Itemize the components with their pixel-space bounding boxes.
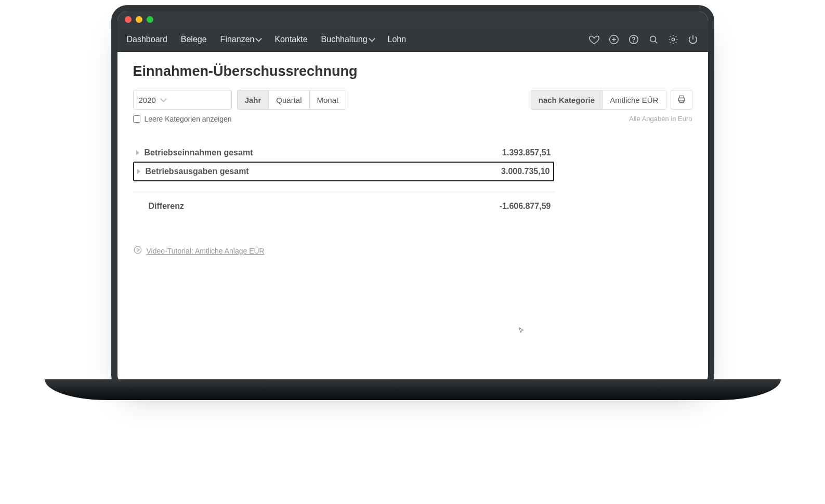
close-window-button[interactable] xyxy=(125,16,132,23)
print-icon xyxy=(676,94,687,106)
nav-kontakte[interactable]: Kontakte xyxy=(274,35,307,44)
nav-lohn[interactable]: Lohn xyxy=(388,35,407,44)
svg-rect-5 xyxy=(678,98,685,101)
power-icon[interactable] xyxy=(687,34,699,45)
plus-circle-icon[interactable] xyxy=(608,34,620,45)
row-value: 3.000.735,10 xyxy=(501,167,549,176)
svg-point-4 xyxy=(672,38,675,41)
nav-item-label: Dashboard xyxy=(127,35,167,44)
empty-categories-checkbox[interactable]: Leere Kategorien anzeigen xyxy=(133,115,232,123)
row-label: Betriebsausgaben gesamt xyxy=(146,167,249,176)
window-titlebar xyxy=(117,11,708,27)
nav-dashboard[interactable]: Dashboard xyxy=(127,35,167,44)
maximize-window-button[interactable] xyxy=(147,16,153,23)
play-circle-icon xyxy=(133,245,142,256)
chevron-down-icon xyxy=(256,35,263,42)
chevron-down-icon xyxy=(160,96,167,102)
nav-item-label: Lohn xyxy=(388,35,407,44)
divider xyxy=(133,192,554,192)
main-navbar: Dashboard Belege Finanzen Kontakte Buchh… xyxy=(117,27,708,52)
minimize-window-button[interactable] xyxy=(136,16,142,23)
svg-rect-6 xyxy=(679,100,683,102)
nav-item-label: Buchhaltung xyxy=(321,35,368,44)
nav-belege[interactable]: Belege xyxy=(181,35,207,44)
currency-hint: Alle Angaben in Euro xyxy=(629,115,692,123)
row-betriebsausgaben[interactable]: Betriebsausgaben gesamt 3.000.735,10 xyxy=(133,162,554,181)
svg-point-7 xyxy=(134,246,141,254)
print-button[interactable] xyxy=(671,90,692,110)
row-betriebseinnahmen[interactable]: Betriebseinnahmen gesamt 1.393.857,51 xyxy=(133,144,554,162)
period-jahr-button[interactable]: Jahr xyxy=(237,90,269,110)
differenz-label: Differenz xyxy=(136,202,184,211)
caret-right-icon xyxy=(137,169,140,174)
nav-finanzen[interactable]: Finanzen xyxy=(220,35,261,44)
period-segmented: Jahr Quartal Monat xyxy=(237,90,347,110)
differenz-value: -1.606.877,59 xyxy=(500,202,551,211)
video-tutorial-link[interactable]: Video-Tutorial: Amtliche Anlage EÜR xyxy=(133,245,692,256)
nav-item-label: Belege xyxy=(181,35,207,44)
nav-item-label: Finanzen xyxy=(220,35,255,44)
view-segmented: nach Kategorie Amtliche EÜR xyxy=(531,90,666,110)
gear-icon[interactable] xyxy=(667,34,679,45)
period-monat-button[interactable]: Monat xyxy=(310,90,347,110)
help-circle-icon[interactable] xyxy=(628,34,639,45)
caret-right-icon xyxy=(136,150,139,155)
empty-categories-checkbox-input[interactable] xyxy=(133,115,140,123)
view-kategorie-button[interactable]: nach Kategorie xyxy=(531,90,603,110)
year-select-value: 2020 xyxy=(139,96,156,104)
row-label: Betriebseinnahmen gesamt xyxy=(145,148,253,157)
tutorial-link-label: Video-Tutorial: Amtliche Anlage EÜR xyxy=(147,247,265,255)
period-quartal-button[interactable]: Quartal xyxy=(269,90,309,110)
checkbox-label: Leere Kategorien anzeigen xyxy=(145,115,232,123)
heart-icon[interactable] xyxy=(588,34,600,45)
page-title: Einnahmen-Überschussrechnung xyxy=(133,63,692,79)
nav-buchhaltung[interactable]: Buchhaltung xyxy=(321,35,374,44)
view-amtliche-button[interactable]: Amtliche EÜR xyxy=(603,90,666,110)
row-value: 1.393.857,51 xyxy=(502,148,551,157)
nav-item-label: Kontakte xyxy=(274,35,307,44)
svg-point-3 xyxy=(650,36,656,42)
chevron-down-icon xyxy=(369,35,375,42)
year-select[interactable]: 2020 xyxy=(133,90,232,110)
svg-point-2 xyxy=(633,42,634,42)
differenz-row: Differenz -1.606.877,59 xyxy=(133,197,554,215)
search-icon[interactable] xyxy=(648,34,659,45)
